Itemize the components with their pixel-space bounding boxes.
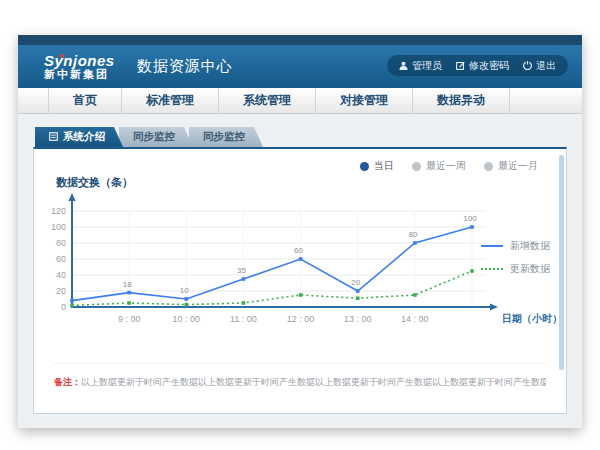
svg-text:20: 20 (351, 278, 360, 287)
filter-last-week[interactable]: 最近一周 (412, 159, 466, 173)
svg-text:12 : 00: 12 : 00 (287, 314, 315, 324)
admin-user-label: 管理员 (412, 59, 442, 73)
edit-icon (456, 61, 465, 70)
filter-label: 最近一月 (498, 159, 538, 173)
svg-text:0: 0 (61, 302, 66, 312)
filter-last-month[interactable]: 最近一月 (484, 159, 538, 173)
nav-item-standard-mgmt[interactable]: 标准管理 (122, 88, 219, 113)
logout-button[interactable]: 退出 (523, 59, 556, 73)
svg-text:9 : 00: 9 : 00 (118, 314, 141, 324)
chart-legend: 新增数据更新数据 (481, 239, 550, 276)
nav-item-interface-mgmt[interactable]: 对接管理 (316, 88, 413, 113)
svg-text:80: 80 (56, 238, 66, 248)
nav-item-data-change[interactable]: 数据异动 (413, 88, 510, 113)
svg-text:100: 100 (51, 222, 66, 232)
footnote-text: 以上数据更新于时间产生数据以上数据更新于时间产生数据以上数据更新于时间产生数据以… (81, 377, 546, 387)
top-strip (18, 35, 582, 45)
legend-label: 更新数据 (510, 262, 550, 276)
user-menu: 管理员 修改密码 退出 (387, 55, 568, 76)
legend-swatch-icon (481, 268, 503, 270)
svg-text:13 : 00: 13 : 00 (344, 314, 372, 324)
svg-text:80: 80 (408, 230, 417, 239)
svg-text:40: 40 (56, 270, 66, 280)
power-icon (523, 61, 532, 70)
svg-text:35: 35 (237, 266, 246, 275)
logout-label: 退出 (536, 59, 556, 73)
footnote: 备注：以上数据更新于时间产生数据以上数据更新于时间产生数据以上数据更新于时间产生… (54, 363, 546, 389)
user-icon (399, 61, 408, 70)
change-password-button[interactable]: 修改密码 (456, 59, 509, 73)
tab-sync-monitor-2[interactable]: 同步监控 (189, 127, 263, 147)
svg-text:11 : 00: 11 : 00 (230, 314, 257, 324)
tab-label: 系统介绍 (63, 130, 105, 144)
svg-text:100: 100 (463, 214, 477, 223)
svg-text:18: 18 (123, 280, 132, 289)
logo-brand: Synjones (44, 53, 115, 69)
tab-label: 同步监控 (133, 130, 175, 144)
logo-red-dot (60, 54, 64, 58)
nav-item-home[interactable]: 首页 (48, 88, 122, 113)
legend-swatch-icon (481, 245, 503, 247)
svg-text:60: 60 (294, 246, 303, 255)
admin-user-button[interactable]: 管理员 (399, 59, 442, 73)
filter-today[interactable]: 当日 (360, 159, 394, 173)
radio-icon (484, 162, 493, 171)
chart-panel: 当日 最近一周 最近一月 数据交换（条） 0204060801001209 : … (33, 147, 567, 414)
page-title: 数据资源中心 (137, 57, 233, 76)
svg-text:120: 120 (51, 206, 66, 216)
svg-text:10 : 00: 10 : 00 (173, 314, 201, 324)
legend-item[interactable]: 更新数据 (481, 262, 550, 276)
app-window: Synjones 新中新集团 数据资源中心 管理员 修改密码 退出 (18, 35, 582, 428)
content-area: 系统介绍 同步监控 同步监控 当日 最近一周 (18, 114, 582, 428)
series-line-1 (72, 271, 472, 305)
header: Synjones 新中新集团 数据资源中心 管理员 修改密码 退出 (18, 45, 582, 88)
tab-sync-monitor-1[interactable]: 同步监控 (119, 127, 193, 147)
document-icon (49, 131, 58, 143)
footnote-label: 备注： (54, 377, 81, 387)
svg-text:10: 10 (180, 286, 189, 295)
time-filter-group: 当日 最近一周 最近一月 (360, 159, 538, 173)
change-password-label: 修改密码 (469, 59, 509, 73)
legend-item[interactable]: 新增数据 (481, 239, 550, 253)
filter-label: 最近一周 (426, 159, 466, 173)
radio-icon (412, 162, 421, 171)
logo-company: 新中新集团 (44, 69, 115, 81)
logo: Synjones 新中新集团 (44, 53, 115, 80)
main-nav: 首页 标准管理 系统管理 对接管理 数据异动 (18, 88, 582, 114)
filter-label: 当日 (374, 159, 394, 173)
tab-system-intro[interactable]: 系统介绍 (35, 127, 123, 147)
legend-label: 新增数据 (510, 239, 550, 253)
svg-text:日期（小时）: 日期（小时） (502, 313, 562, 324)
radio-selected-icon (360, 162, 369, 171)
svg-text:20: 20 (56, 286, 66, 296)
svg-text:60: 60 (56, 254, 66, 264)
svg-text:14 : 00: 14 : 00 (401, 314, 429, 324)
tab-label: 同步监控 (203, 130, 245, 144)
nav-item-system-mgmt[interactable]: 系统管理 (219, 88, 316, 113)
tab-bar: 系统介绍 同步监控 同步监控 (35, 127, 567, 147)
panel-scrollbar[interactable] (559, 155, 564, 370)
